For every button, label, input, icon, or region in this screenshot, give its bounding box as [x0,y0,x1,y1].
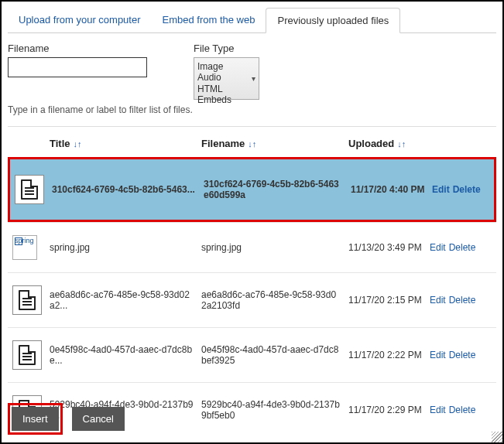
edit-link[interactable]: Edit [430,242,446,253]
file-icon [12,340,42,370]
header-filename-label: Filename [201,138,245,149]
filetype-select[interactable]: Image Audio HTML Embeds [194,57,259,100]
insert-highlight: Insert [8,403,63,435]
filter-bar: Filename File Type Image Audio HTML Embe… [8,43,496,100]
edit-link[interactable]: Edit [430,405,446,415]
resize-grip-icon[interactable] [492,432,502,442]
table-body: 310cf624-6769-4c5b-82b6-5463...310cf624-… [8,157,496,437]
cell-filename: 310cf624-6769-4c5b-82b6-5463e60d599a [204,179,351,200]
sort-icon: ↓↑ [74,139,82,149]
cell-filename: spring.jpg [201,242,348,253]
table-row[interactable]: ae6a8d6c-ac76-485e-9c58-93d02a2...ae6a8d… [8,272,496,327]
tab-bar: Upload from your computer Embed from the… [8,8,496,33]
cell-uploaded: 11/17/20 2:15 PM [348,295,430,306]
pager: « 1/2 » [8,437,496,444]
cell-filename: 0e45f98c-4ad0-457d-aaec-d7dc8bef3925 [201,344,348,366]
delete-link[interactable]: Delete [449,295,476,306]
cancel-button[interactable]: Cancel [72,407,125,431]
dialog-footer: Insert Cancel [8,403,125,435]
sort-icon: ↓↑ [397,139,406,149]
cell-uploaded: 11/17/20 4:40 PM [351,184,432,195]
tab-upload[interactable]: Upload from your computer [8,8,152,32]
filename-label: Filename [8,43,147,54]
cell-title: 310cf624-6769-4c5b-82b6-5463... [49,184,204,195]
filename-field: Filename [8,43,147,100]
sort-icon: ↓↑ [248,139,256,149]
header-uploaded-label: Uploaded [348,138,394,149]
delete-link[interactable]: Delete [449,350,476,360]
table-row[interactable]: 310cf624-6769-4c5b-82b6-5463...310cf624-… [8,157,496,222]
edit-link[interactable]: Edit [430,295,446,306]
delete-link[interactable]: Delete [453,184,481,195]
filter-hint: Type in a filename or label to filter li… [8,104,496,115]
file-icon [15,175,44,204]
edit-link[interactable]: Edit [430,350,446,360]
cell-title: spring.jpg [46,242,201,253]
filename-input[interactable] [8,57,147,77]
filetype-field: File Type Image Audio HTML Embeds [194,43,259,100]
header-title[interactable]: Title↓↑ [46,138,201,149]
table-row[interactable]: 0e45f98c-4ad0-457d-aaec-d7dc8be...0e45f9… [8,327,496,382]
image-thumb-icon: spring [12,235,37,260]
header-uploaded[interactable]: Uploaded↓↑ [348,138,430,149]
delete-link[interactable]: Delete [449,405,476,415]
cell-filename: 5929bc40-a94f-4de3-9b0d-2137b9bf5eb0 [201,399,348,421]
cell-uploaded: 11/17/20 2:29 PM [348,405,430,415]
filetype-label: File Type [194,43,259,54]
insert-button[interactable]: Insert [12,407,59,431]
header-filename[interactable]: Filename↓↑ [201,138,348,149]
cell-filename: ae6a8d6c-ac76-485e-9c58-93d02a2103fd [201,289,348,311]
tab-embed[interactable]: Embed from the web [152,8,266,32]
file-icon [12,285,42,315]
cell-title: ae6a8d6c-ac76-485e-9c58-93d02a2... [46,289,201,311]
tab-previous[interactable]: Previously uploaded files [266,8,400,33]
dialog: Upload from your computer Embed from the… [0,0,504,444]
delete-link[interactable]: Delete [449,242,476,253]
divider [8,126,496,127]
cell-uploaded: 11/17/20 2:22 PM [348,350,430,360]
cell-uploaded: 11/13/20 3:49 PM [348,242,430,253]
table-header: Title↓↑ Filename↓↑ Uploaded↓↑ [8,133,496,157]
header-title-label: Title [50,138,70,149]
edit-link[interactable]: Edit [432,184,450,195]
cell-title: 0e45f98c-4ad0-457d-aaec-d7dc8be... [46,344,201,366]
table-row[interactable]: springspring.jpgspring.jpg11/13/20 3:49 … [8,222,496,272]
